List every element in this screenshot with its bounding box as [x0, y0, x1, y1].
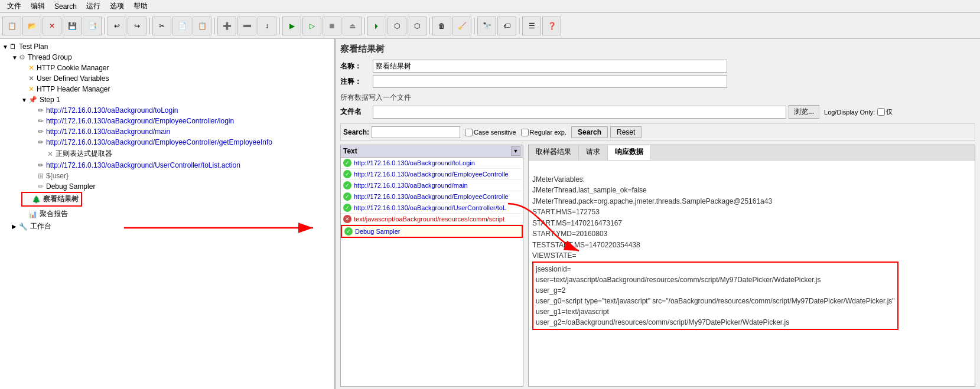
btn-binoculars[interactable]: 🔭	[477, 17, 496, 35]
tree-item-header[interactable]: ✕ HTTP Header Manager	[21, 84, 332, 94]
btn-copy[interactable]: 📄	[172, 17, 191, 35]
tree-item-debug[interactable]: ✏ Debug Sampler	[31, 181, 332, 192]
tree-item-workbench[interactable]: ▶ 🔧 工作台	[12, 220, 332, 233]
menu-run[interactable]: 运行	[82, 0, 105, 12]
btn-rem2[interactable]: ⬡	[408, 17, 426, 35]
tree-item-resultree[interactable]: 🌲 察看结果树	[21, 192, 82, 207]
tree-item-getinfo[interactable]: ✏ http://172.16.0.130/oaBackground/Emplo…	[31, 137, 332, 148]
search-bar: Search: Case sensitive Regular exp. Sear…	[340, 123, 975, 141]
btn-undo[interactable]: ↩	[108, 17, 126, 35]
main-label: http://172.16.0.130/oaBackground/main	[46, 128, 170, 136]
btn-stop[interactable]: ⏹	[323, 17, 341, 35]
result-item-r2[interactable]: ✓ http://172.16.0.130/oaBackground/Emplo…	[341, 169, 523, 180]
menu-edit[interactable]: 编辑	[26, 0, 50, 12]
browse-button[interactable]: 浏览...	[789, 105, 819, 119]
result-item-r3[interactable]: ✓ http://172.16.0.130/oaBackground/main	[341, 180, 523, 191]
results-tabs: 取样器结果 请求 响应数据	[529, 145, 975, 161]
tree-item-vars[interactable]: ✕ User Defined Variables	[21, 73, 332, 84]
btn-list[interactable]: ☰	[522, 17, 541, 35]
case-sensitive-checkbox[interactable]	[465, 129, 473, 136]
result-text-r2: http://172.16.0.130/oaBackground/Employe…	[354, 171, 509, 178]
name-input[interactable]	[373, 60, 727, 73]
btn-saveall[interactable]: 📑	[83, 17, 102, 35]
btn-broom[interactable]: 🧹	[452, 17, 471, 35]
tree-item-regex[interactable]: ✕ 正则表达式提取器	[40, 148, 332, 160]
menubar: 文件 编辑 Search 运行 选项 帮助	[0, 0, 980, 13]
tab-responsedata[interactable]: 响应数据	[608, 145, 651, 160]
tab-request[interactable]: 请求	[579, 145, 608, 160]
tree-item-uservar[interactable]: ⊞ ${user}	[31, 171, 332, 181]
btn-start[interactable]: ▶	[282, 17, 301, 35]
result-text-r5: http://172.16.0.130/oaBackground/UserCon…	[354, 204, 506, 211]
search-button[interactable]: Search	[571, 126, 608, 138]
btn-redo[interactable]: ↪	[128, 17, 146, 35]
header-label: HTTP Header Manager	[37, 85, 110, 93]
results-body: JMeterVariables: JMeterThread.last_sampl…	[529, 161, 975, 386]
filename-label: 文件名	[340, 107, 373, 117]
status-icon-r7: ✓	[344, 227, 353, 236]
aggregate-label: 聚合报告	[40, 209, 68, 219]
tree-item-threadgroup[interactable]: ▼ ⚙ Thread Group	[12, 52, 332, 63]
threadgroup-label: Thread Group	[28, 53, 72, 61]
tree-item-testplan[interactable]: ▼ 🗒 Test Plan	[2, 41, 332, 52]
result-item-r7[interactable]: ✓ Debug Sampler	[341, 225, 523, 238]
expand-icon: ▼	[2, 44, 9, 50]
btn-paste[interactable]: 📋	[193, 17, 211, 35]
btn-open[interactable]: 📂	[22, 17, 41, 35]
step-icon: 📌	[28, 96, 37, 104]
result-item-r6[interactable]: ✕ text/javascript/oaBackground/resources…	[341, 214, 523, 225]
tree-item-login[interactable]: ✏ http://172.16.0.130/oaBackground/toLog…	[31, 105, 332, 116]
results-list-dropdown-icon[interactable]: ▼	[511, 146, 520, 156]
results-list-body: ✓ http://172.16.0.130/oaBackground/toLog…	[341, 158, 523, 386]
result-text-r1: http://172.16.0.130/oaBackground/toLogin	[354, 159, 475, 166]
name-row: 名称：	[340, 60, 975, 73]
btn-save[interactable]: 💾	[63, 17, 82, 35]
results-list: Text ▼ ✓ http://172.16.0.130/oaBackgroun…	[340, 145, 523, 387]
btn-startno[interactable]: ▷	[302, 17, 321, 35]
tree-item-step1[interactable]: ▼ 📌 Step 1	[21, 94, 332, 105]
reset-button[interactable]: Reset	[610, 126, 642, 138]
btn-cut[interactable]: ✂	[152, 17, 171, 35]
step1-label: Step 1	[40, 96, 60, 104]
btn-help[interactable]: ❓	[542, 17, 561, 35]
var-icon: ⊞	[38, 172, 44, 180]
getinfo-label: http://172.16.0.130/oaBackground/Employe…	[46, 138, 272, 146]
tree-item-userlist[interactable]: ✏ http://172.16.0.130/oaBackground/UserC…	[31, 160, 332, 171]
menu-search[interactable]: Search	[50, 1, 82, 12]
regex-icon: ✕	[47, 150, 53, 158]
btn-tag[interactable]: 🏷	[497, 17, 516, 35]
btn-close[interactable]: ✕	[43, 17, 61, 35]
http-icon2: ✏	[38, 117, 44, 125]
search-input[interactable]	[372, 126, 460, 138]
result-item-r5[interactable]: ✓ http://172.16.0.130/oaBackground/UserC…	[341, 202, 523, 214]
menu-options[interactable]: 选项	[105, 0, 129, 12]
right-panel: 察看结果树 名称： 注释： 所有数据写入一个文件 文件名 浏览... Log/D…	[336, 39, 980, 389]
btn-new[interactable]: 📋	[2, 17, 21, 35]
tree-item-aggregate[interactable]: 📊 聚合报告	[21, 208, 332, 220]
emplog-label: http://172.16.0.130/oaBackground/Employe…	[46, 117, 234, 125]
comment-row: 注释：	[340, 75, 975, 88]
result-item-r1[interactable]: ✓ http://172.16.0.130/oaBackground/toLog…	[341, 158, 523, 169]
btn-rem1[interactable]: ⬡	[388, 17, 406, 35]
btn-toggle[interactable]: ↕	[258, 17, 276, 35]
btn-remstart[interactable]: ⏵	[367, 17, 386, 35]
tab-samplerresult[interactable]: 取样器结果	[529, 145, 579, 160]
tree-item-cookie[interactable]: ✕ HTTP Cookie Manager	[21, 63, 332, 73]
comment-input[interactable]	[373, 75, 727, 88]
regular-exp-checkbox[interactable]	[521, 129, 529, 136]
menu-help[interactable]: 帮助	[129, 0, 152, 12]
tree-item-emplog[interactable]: ✏ http://172.16.0.130/oaBackground/Emplo…	[31, 116, 332, 126]
tree-item-main[interactable]: ✏ http://172.16.0.130/oaBackground/main	[31, 126, 332, 137]
btn-clear[interactable]: 🗑	[432, 17, 451, 35]
status-icon-r2: ✓	[343, 170, 351, 178]
regex-label: 正则表达式提取器	[56, 149, 112, 159]
menu-file[interactable]: 文件	[2, 0, 26, 12]
only-checkbox[interactable]	[877, 108, 885, 116]
filename-input[interactable]	[373, 106, 786, 119]
search-label: Search:	[343, 128, 369, 136]
http-icon3: ✏	[38, 128, 44, 136]
result-item-r4[interactable]: ✓ http://172.16.0.130/oaBackground/Emplo…	[341, 191, 523, 202]
btn-collapse[interactable]: ➖	[237, 17, 256, 35]
btn-stopnow[interactable]: ⏏	[343, 17, 362, 35]
btn-expand[interactable]: ➕	[217, 17, 236, 35]
